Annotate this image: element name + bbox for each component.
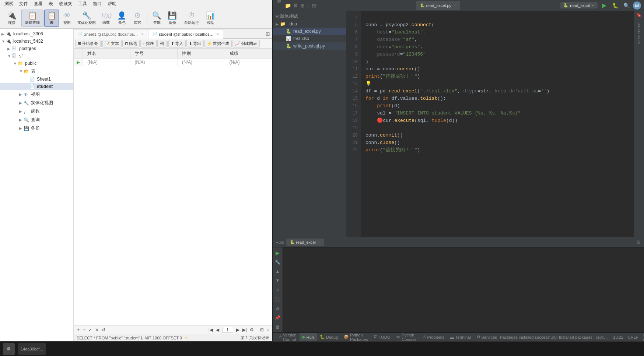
menu-item-help[interactable]: 帮助 — [105, 0, 119, 8]
collapse-icon[interactable]: ⊟ — [312, 3, 316, 8]
grid-view-button[interactable]: ⊞ — [260, 327, 264, 332]
page-prev-button[interactable]: ◀ — [216, 327, 219, 332]
begin-transaction-button[interactable]: ⊞开始事务 — [75, 40, 101, 47]
run-button[interactable]: ▶ — [600, 1, 609, 10]
code-content[interactable]: conn = psycopg2.connect( host="localhost… — [361, 11, 634, 237]
tree-item-matviews-folder[interactable]: ▶ 🔧 实体化视图 — [0, 99, 73, 107]
menu-item-window[interactable]: 窗口 — [90, 0, 105, 8]
page-input[interactable] — [222, 327, 233, 333]
folder-icon[interactable]: 📁 — [285, 3, 291, 8]
role-button[interactable]: 👤 角色 — [115, 10, 129, 27]
code-area[interactable]: 4 5 6 7 8 9 10 11 12 13 14 15 16 — [346, 11, 644, 237]
taskbar-support[interactable]: 🛠 — [3, 343, 15, 355]
bookmark-icon[interactable]: 🔖 — [636, 13, 642, 18]
sort-button[interactable]: ↕排序 — [140, 40, 157, 47]
query-button[interactable]: 🔍 查询 — [150, 10, 164, 27]
file-tree-test-xlsx[interactable]: 📊 test.xlsx — [273, 35, 346, 42]
data-grid[interactable]: 姓名 学号 性别 成绩 ▶ (N/A) (N/A) — [74, 49, 272, 325]
tab-sheet1[interactable]: 📄 Sheet1 @sf.public (localhost_5432) - .… — [74, 29, 148, 39]
run-output[interactable] — [283, 247, 644, 332]
tree-item-student[interactable]: 📄 student — [0, 83, 73, 90]
debug-button[interactable]: 🐛 — [611, 1, 620, 10]
menu-item-table[interactable]: 表 — [46, 0, 56, 8]
sort-icon[interactable]: ↕ — [307, 3, 309, 8]
tab-student[interactable]: 📄 student @sf.public (localhost_5432) - … — [149, 29, 223, 39]
run-tab-read-excel[interactable]: 🐍 read_excel ✕ — [286, 239, 324, 246]
mat-view-button[interactable]: 🔧 实体化视图 — [75, 10, 98, 27]
connect-button[interactable]: 🔌 连接 — [3, 10, 21, 27]
other-button[interactable]: ⚙ 其它 — [130, 10, 145, 27]
terminal-tab[interactable]: ▬ Terminal — [447, 333, 474, 341]
cancel-row-button[interactable]: ✕ — [95, 327, 99, 332]
tree-item-queries-folder[interactable]: ▶ 🔍 查询 — [0, 116, 73, 124]
create-chart-button[interactable]: 📈创建图表 — [232, 40, 260, 47]
file-tree-read-excel[interactable]: 🐍 read_excel.py — [273, 28, 346, 35]
menu-item-test[interactable]: 测试 — [1, 0, 16, 8]
file-tree-idea[interactable]: ▶ 📁 .idea — [273, 20, 346, 28]
delete-row-button[interactable]: − — [83, 327, 85, 333]
cell-score[interactable]: (N/A) — [225, 59, 272, 66]
ide-run-config[interactable]: 🐍 read_excel ▼ — [560, 2, 598, 8]
debug-tab[interactable]: 🐛 Debug — [317, 333, 341, 341]
table-button[interactable]: 📋 表 — [44, 10, 59, 27]
filter-button[interactable]: ⊓筛选 — [122, 40, 140, 47]
col-score[interactable]: 成绩 — [225, 49, 272, 59]
cell-student-id[interactable]: (N/A) — [130, 59, 178, 66]
panel-collapse-button[interactable]: ⊞ — [263, 29, 272, 39]
services-tab[interactable]: ⚙ Services — [474, 333, 500, 341]
tree-item-postgres[interactable]: ▶ 🗄 postgres — [0, 45, 73, 52]
python-packages-tab[interactable]: 📦 Python Packages — [341, 333, 371, 341]
file-tree-write-postsql[interactable]: 🐍 write_postsql.py — [273, 42, 346, 50]
tree-item-localhost3306[interactable]: ▶ 🔌 localhost_3306 — [0, 30, 73, 38]
columns-button[interactable]: 列 — [157, 40, 167, 47]
tab-close-icon[interactable]: ✕ — [141, 32, 144, 36]
tree-item-backup-folder[interactable]: ▶ 💾 备份 — [0, 124, 73, 133]
menu-item-file[interactable]: 文件 — [16, 0, 31, 8]
import-button[interactable]: ⬆导入 — [168, 40, 186, 47]
new-query-button[interactable]: 📋 新建查询 — [21, 10, 43, 27]
settings-icon[interactable]: ⚙ — [293, 3, 298, 8]
search-button[interactable]: 🔍 — [622, 1, 631, 10]
tree-item-localhost5432[interactable]: ▼ 🔌 localhost_5432 — [0, 38, 73, 45]
tree-item-sf[interactable]: ▼ 🗄 sf — [0, 52, 73, 60]
tab-close-icon-2[interactable]: ✕ — [216, 32, 219, 36]
tree-item-public[interactable]: ▼ 📁 public — [0, 60, 73, 67]
run-pin-icon[interactable]: 📌 — [274, 314, 282, 322]
tree-item-functions-folder[interactable]: ▶ ƒ 函数 — [0, 107, 73, 116]
backup-button[interactable]: 💾 备份 — [165, 10, 180, 27]
run-scroll-down-icon[interactable]: ▼ — [274, 277, 282, 285]
page-first-button[interactable]: |◀ — [209, 327, 213, 332]
cell-name[interactable]: (N/A) — [83, 59, 130, 66]
refresh-button[interactable]: ↺ — [102, 327, 105, 332]
data-gen-button[interactable]: ⚡数据生成 — [204, 40, 232, 47]
taskbar-app[interactable]: 14aa30bcf... — [18, 343, 46, 355]
run-stop-icon[interactable]: ⬛ — [274, 295, 282, 303]
tree-item-views-folder[interactable]: ▶ 👁 视图 — [0, 90, 73, 99]
run-print-icon[interactable]: 🖨 — [274, 304, 282, 312]
function-button[interactable]: ƒ(x) 函数 — [99, 11, 114, 26]
run-scroll-up-icon[interactable]: ▲ — [274, 267, 282, 275]
run-clear-icon[interactable]: 🗑 — [274, 323, 282, 331]
menu-item-fav[interactable]: 收藏夹 — [56, 0, 75, 8]
add-row-button[interactable]: + — [77, 327, 80, 333]
run-tab-close-icon[interactable]: ✕ — [317, 240, 320, 244]
autorun-button[interactable]: ⏱ 自动运行 — [181, 10, 203, 27]
todo-tab[interactable]: ☑ TODO — [371, 333, 393, 341]
page-settings-icon[interactable]: ⚙ — [250, 327, 254, 332]
run-tab-status[interactable]: ▶ Run — [300, 333, 317, 341]
model-button[interactable]: 📊 模型 — [203, 10, 218, 27]
col-name[interactable]: 姓名 — [83, 49, 130, 59]
structure-label[interactable]: Structure — [637, 22, 641, 44]
read-excel-tab[interactable]: 🐍 read_excel.py ✕ — [416, 1, 460, 10]
run-list-icon[interactable]: ≡ — [274, 286, 282, 294]
text-mode-button[interactable]: 📝文本 — [102, 40, 122, 47]
tree-item-sheet1[interactable]: 📄 Sheet1 — [0, 75, 73, 83]
view-button[interactable]: 👁 视图 — [60, 10, 74, 27]
export-button[interactable]: ⬇导出 — [186, 40, 204, 47]
version-control-tab[interactable]: ⎇ Version Control — [274, 333, 300, 341]
menu-item-view[interactable]: 查看 — [31, 0, 46, 8]
run-play-button[interactable]: ▶ — [274, 249, 282, 257]
problems-tab[interactable]: ⚠ Problems — [420, 333, 447, 341]
tree-item-tables-folder[interactable]: ▼ 📂 表 — [0, 67, 73, 75]
profile-avatar[interactable]: Ea — [633, 1, 641, 10]
